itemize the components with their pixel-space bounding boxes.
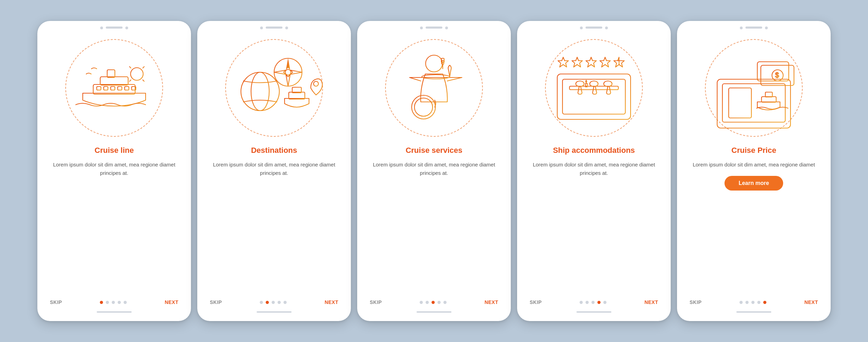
- next-button-4[interactable]: NEXT: [645, 299, 658, 305]
- nav-dot: [112, 301, 115, 304]
- phone-top-bar-4: [517, 21, 671, 32]
- nav-dot: [751, 301, 755, 304]
- nav-dot-active: [763, 301, 766, 304]
- phone-speaker: [106, 27, 123, 29]
- skip-button-5[interactable]: SKIP: [690, 299, 702, 305]
- screen-content-1: Cruise line Lorem ipsum dolor sit dim am…: [37, 140, 191, 294]
- nav-dots-1: [100, 301, 127, 304]
- skip-button-4[interactable]: SKIP: [530, 299, 542, 305]
- nav-bar-2: SKIP NEXT: [197, 294, 351, 305]
- screen-title-2: Destinations: [251, 146, 297, 155]
- svg-rect-2: [97, 87, 101, 90]
- svg-rect-41: [562, 79, 625, 114]
- nav-dot: [586, 301, 589, 304]
- svg-line-17: [143, 67, 144, 68]
- nav-dot: [106, 301, 109, 304]
- phone-top-bar-1: [37, 21, 191, 32]
- phone-speaker: [266, 27, 282, 29]
- screen-desc-5: Lorem ipsum dolor sit dim amet, mea regi…: [693, 161, 815, 169]
- nav-dot: [420, 301, 423, 304]
- skip-button-2[interactable]: SKIP: [210, 299, 222, 305]
- nav-dot-active: [432, 301, 435, 304]
- phone-top-bar-2: [197, 21, 351, 32]
- screen-desc-3: Lorem ipsum dolor sit dim amet, mea regi…: [370, 161, 498, 177]
- phone-dot: [100, 27, 103, 29]
- nav-dot: [426, 301, 429, 304]
- phone-frame-5: $ Cruise Price Lorem ipsum dolor sit dim…: [677, 21, 831, 321]
- phone-frame-4: Ship accommodations Lorem ipsum dolor si…: [517, 21, 671, 321]
- svg-point-27: [426, 55, 442, 72]
- phone-dot: [605, 27, 608, 29]
- phone-frame-2: Destinations Lorem ipsum dolor sit dim a…: [197, 21, 351, 321]
- illustration-area-2: [197, 32, 351, 140]
- phone-speaker: [745, 27, 762, 29]
- screen-desc-4: Lorem ipsum dolor sit dim amet, mea regi…: [530, 161, 658, 177]
- next-button-5[interactable]: NEXT: [804, 299, 818, 305]
- phone-dot: [765, 27, 768, 29]
- screen-content-4: Ship accommodations Lorem ipsum dolor si…: [517, 140, 671, 294]
- nav-bar-5: SKIP NEXT: [677, 294, 831, 305]
- svg-point-23: [285, 69, 291, 75]
- svg-point-26: [314, 81, 318, 86]
- skip-button-3[interactable]: SKIP: [370, 299, 382, 305]
- next-button-2[interactable]: NEXT: [325, 299, 338, 305]
- home-indicator-5: [736, 311, 771, 313]
- screen-content-2: Destinations Lorem ipsum dolor sit dim a…: [197, 140, 351, 294]
- svg-rect-4: [111, 87, 115, 90]
- svg-rect-1: [100, 77, 128, 85]
- learn-more-button[interactable]: Learn more: [724, 176, 783, 191]
- illustration-area-3: [357, 32, 511, 140]
- nav-dots-3: [420, 301, 447, 304]
- phone-frame-1: Cruise line Lorem ipsum dolor sit dim am…: [37, 21, 191, 321]
- nav-bar-3: SKIP NEXT: [357, 294, 511, 305]
- svg-rect-5: [118, 87, 122, 90]
- nav-dot: [284, 301, 287, 304]
- nav-dot: [278, 301, 281, 304]
- svg-rect-6: [125, 87, 129, 90]
- nav-dots-5: [740, 301, 766, 304]
- screen-content-3: Cruise services Lorem ipsum dolor sit di…: [357, 140, 511, 294]
- svg-text:$: $: [775, 71, 779, 79]
- phone-dot: [260, 27, 263, 29]
- home-indicator-3: [417, 311, 451, 313]
- next-button-3[interactable]: NEXT: [485, 299, 498, 305]
- nav-dot: [118, 301, 121, 304]
- screen-title-5: Cruise Price: [731, 146, 776, 155]
- screen-content-5: Cruise Price Lorem ipsum dolor sit dim a…: [677, 140, 831, 294]
- svg-point-10: [131, 68, 143, 80]
- phone-dot: [740, 27, 743, 29]
- nav-dot: [437, 301, 441, 304]
- svg-line-16: [143, 80, 144, 81]
- svg-point-48: [604, 81, 612, 87]
- nav-dots-2: [260, 301, 287, 304]
- next-button-1[interactable]: NEXT: [165, 299, 178, 305]
- nav-dot-active: [266, 301, 269, 304]
- svg-point-46: [576, 81, 584, 87]
- illustration-circle-3: [385, 39, 483, 137]
- nav-dot-active: [100, 301, 103, 304]
- svg-point-28: [422, 75, 450, 79]
- screen-desc-1: Lorem ipsum dolor sit dim amet, mea regi…: [50, 161, 178, 177]
- home-indicator-1: [97, 311, 132, 313]
- nav-dot: [757, 301, 760, 304]
- screen-title-1: Cruise line: [95, 146, 134, 155]
- nav-bar-1: SKIP NEXT: [37, 294, 191, 305]
- screens-container: Cruise line Lorem ipsum dolor sit dim am…: [37, 21, 831, 321]
- screen-title-4: Ship accommodations: [553, 146, 635, 155]
- phone-top-bar-3: [357, 21, 511, 32]
- phone-dot: [125, 27, 128, 29]
- nav-dot-active: [597, 301, 601, 304]
- nav-dot: [443, 301, 447, 304]
- svg-line-15: [130, 67, 131, 68]
- screen-desc-2: Lorem ipsum dolor sit dim amet, mea regi…: [210, 161, 338, 177]
- svg-rect-60: [762, 97, 776, 102]
- phone-speaker: [586, 27, 602, 29]
- nav-dot: [603, 301, 606, 304]
- skip-button-1[interactable]: SKIP: [50, 299, 62, 305]
- phone-frame-3: Cruise services Lorem ipsum dolor sit di…: [357, 21, 511, 321]
- nav-dot: [745, 301, 749, 304]
- phone-dot: [445, 27, 448, 29]
- nav-dot: [740, 301, 743, 304]
- svg-rect-3: [104, 87, 108, 90]
- illustration-area-4: [517, 32, 671, 140]
